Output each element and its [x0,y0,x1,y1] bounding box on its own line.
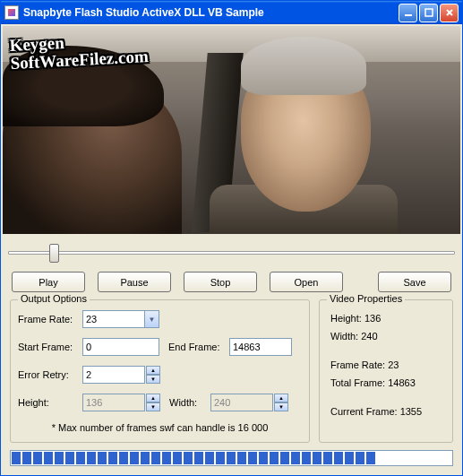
progress-segment [119,452,128,464]
close-icon [445,8,454,17]
progress-segment [377,452,386,464]
spin-down-icon[interactable]: ▼ [274,402,288,411]
close-button[interactable] [440,4,459,22]
progress-segment [420,452,429,464]
progress-segment [130,452,139,464]
svg-rect-0 [405,14,412,16]
video-properties-group: Video Properties Height: 136 Width: 240 … [319,299,453,443]
progress-segment [184,452,193,464]
error-retry-label: Error Retry: [18,369,82,380]
frame-rate-combo[interactable]: ▼ [82,310,159,328]
play-button[interactable]: Play [12,272,85,292]
chevron-down-icon[interactable]: ▼ [144,311,159,327]
content-area: Keygen SoftWareFilez.com Play Pause Stop… [1,24,462,475]
progress-segment [313,452,322,464]
progress-segment [205,452,214,464]
progress-segment [388,452,397,464]
prop-current-frame: Current Frame: 1355 [330,406,442,417]
height-input [82,394,145,411]
progress-segment [55,452,64,464]
progress-segment [33,452,42,464]
progress-segment [151,452,160,464]
minimize-icon [404,8,413,17]
progress-segment [259,452,268,464]
progress-segment [291,452,300,464]
progress-segment [162,452,171,464]
progress-segment [356,452,364,464]
progress-segment [141,452,150,464]
progress-segment [302,452,311,464]
seek-slider[interactable] [8,243,455,263]
start-frame-input[interactable] [82,338,159,356]
progress-segment [76,452,85,464]
height-label: Height: [18,397,82,408]
progress-segment [173,452,182,464]
progress-segment [399,452,407,464]
prop-height: Height: 136 [330,313,442,324]
width-label: Width: [169,397,210,408]
progress-segment [237,452,246,464]
svg-rect-1 [425,9,433,16]
progress-segment [194,452,203,464]
start-frame-label: Start Frame: [18,342,82,352]
spin-up-icon[interactable]: ▲ [146,394,160,402]
height-spinner[interactable]: ▲ ▼ [146,394,160,411]
minimize-button[interactable] [399,4,417,22]
width-input [210,394,273,411]
progress-segment [65,452,74,464]
window-title: Snapbyte Flash Studio ActiveX DLL VB Sam… [23,6,264,19]
progress-segment [227,452,236,464]
progress-segment [270,452,279,464]
prop-total-frame: Total Frame: 14863 [330,377,442,388]
props-legend: Video Properties [327,293,405,304]
app-window: Snapbyte Flash Studio ActiveX DLL VB Sam… [0,0,463,476]
progress-segment [442,452,450,464]
progress-segment [108,452,117,464]
maximize-icon [424,8,433,17]
progress-segment [334,452,343,464]
maximize-button[interactable] [419,4,438,22]
frame-rate-label: Frame Rate: [18,314,82,325]
progress-segment [366,452,375,464]
progress-segment [323,452,332,464]
pause-button[interactable]: Pause [98,272,171,292]
progress-segment [44,452,53,464]
titlebar: Snapbyte Flash Studio ActiveX DLL VB Sam… [1,1,462,24]
progress-segment [280,452,289,464]
open-button[interactable]: Open [270,272,343,292]
slider-thumb[interactable] [49,244,59,263]
spin-up-icon[interactable]: ▲ [274,394,288,402]
error-retry-spinner[interactable]: ▲ ▼ [146,366,160,384]
stop-button[interactable]: Stop [184,272,257,292]
end-frame-label: End Frame: [168,342,229,352]
spin-down-icon[interactable]: ▼ [146,402,160,411]
save-button[interactable]: Save [378,272,451,292]
prop-frame-rate: Frame Rate: 23 [330,359,442,370]
spin-down-icon[interactable]: ▼ [146,375,160,384]
watermark-overlay: Keygen SoftWareFilez.com [9,30,149,73]
app-icon [4,5,19,20]
options-row: Output Options Frame Rate: ▼ Start Frame… [3,299,460,443]
max-frames-note: * Max number of frames swf can handle is… [18,420,302,437]
progress-segment [98,452,107,464]
progress-segment [345,452,354,464]
progress-segment [87,452,96,464]
output-options-group: Output Options Frame Rate: ▼ Start Frame… [10,299,310,443]
progress-segment [431,452,440,464]
output-legend: Output Options [18,293,90,304]
progress-bar [10,450,453,466]
video-preview: Keygen SoftWareFilez.com [3,26,460,234]
end-frame-input[interactable] [229,338,292,356]
progress-segment [22,452,31,464]
progress-segment [409,452,418,464]
progress-segment [12,452,21,464]
slider-track[interactable] [8,251,455,255]
progress-segment [248,452,257,464]
width-spinner[interactable]: ▲ ▼ [274,394,288,411]
progress-segment [216,452,225,464]
prop-width: Width: 240 [330,331,442,342]
error-retry-input[interactable] [82,366,145,384]
spin-up-icon[interactable]: ▲ [146,366,160,375]
